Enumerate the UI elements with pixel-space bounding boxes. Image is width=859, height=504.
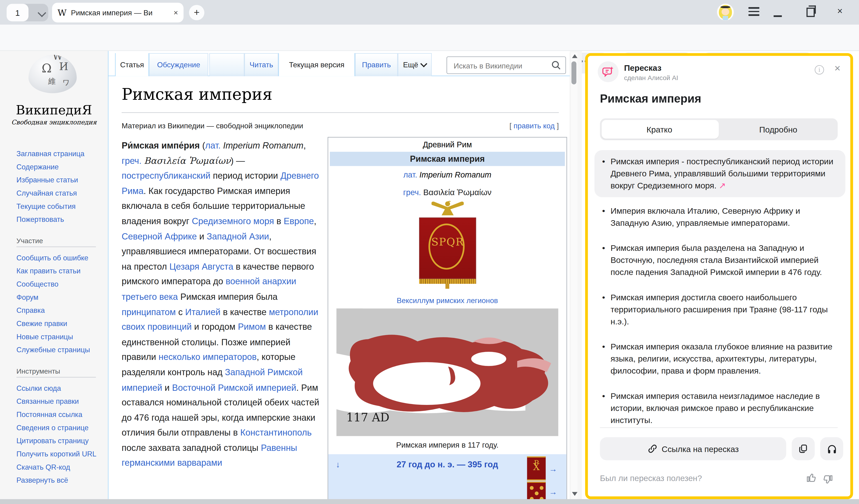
sidebar-link[interactable]: Форум xyxy=(16,293,104,302)
restore-button[interactable] xyxy=(807,7,815,17)
article-link[interactable]: лат. xyxy=(205,140,221,150)
sidebar-link[interactable]: Цитировать страницу xyxy=(16,436,100,446)
latin-label-link[interactable]: лат. xyxy=(403,170,417,179)
listen-button[interactable] xyxy=(820,437,843,460)
minimize-button[interactable] xyxy=(773,15,782,17)
tab-edit[interactable]: Править xyxy=(355,53,398,76)
browser-tab[interactable]: W Римская империя — Ви × xyxy=(52,3,183,22)
summary-bullet: •Римская империя - постреспубликанский п… xyxy=(594,150,845,197)
sidebar-link[interactable]: Случайная статья xyxy=(16,188,104,198)
labarum-banner[interactable]: X P xyxy=(527,456,545,480)
info-icon[interactable]: i xyxy=(815,65,824,75)
tab-talk[interactable]: Обсуждение xyxy=(149,53,208,76)
article-link[interactable]: Европе xyxy=(284,216,314,226)
vexillum-banner[interactable]: SPQR xyxy=(419,217,476,279)
summary-link-label: Ссылка на пересказ xyxy=(662,444,739,454)
tab-article[interactable]: Статья xyxy=(115,53,149,76)
bullet-dot: • xyxy=(602,156,605,192)
menu-icon[interactable] xyxy=(748,7,759,18)
article-link[interactable]: греч. xyxy=(122,155,141,166)
article-link[interactable]: Средиземного моря xyxy=(192,216,274,226)
sidebar-link[interactable]: Новые страницы xyxy=(16,332,104,341)
infobox-greek-name: греч. Βασιλεία Ῥωμαίων xyxy=(328,185,567,200)
article-link[interactable]: Константинополь xyxy=(240,427,312,438)
sidebar-link[interactable]: Справка xyxy=(16,306,104,315)
infobox-title: Римская империя xyxy=(330,152,565,166)
sidebar-link[interactable]: Сообщество xyxy=(16,279,104,289)
tab-strip: 1 W Римская империя — Ви × + × xyxy=(0,0,859,25)
new-tab-button[interactable]: + xyxy=(189,5,205,20)
tab-more-label: Ещё xyxy=(403,61,418,69)
source-arrow-icon[interactable]: ↗ xyxy=(717,181,726,190)
sidebar-link[interactable]: Пожертвовать xyxy=(16,215,104,224)
sidebar-link[interactable]: Связанные правки xyxy=(16,397,100,406)
dots-banner[interactable] xyxy=(527,482,545,500)
greek-label-link[interactable]: греч. xyxy=(403,188,421,197)
scrollbar-up-icon[interactable] xyxy=(572,54,577,58)
article-link[interactable]: Римом xyxy=(238,322,266,332)
sidebar-link[interactable]: Свежие правки xyxy=(16,319,104,329)
sidebar-link[interactable]: Содержание xyxy=(16,162,104,172)
summary-link-button[interactable]: Ссылка на пересказ xyxy=(600,437,786,460)
sidebar-link[interactable]: Получить короткий URL xyxy=(16,449,100,459)
thumbs-up-icon[interactable] xyxy=(806,472,817,483)
article-text: в xyxy=(274,216,284,226)
vexillum-caption-link[interactable]: Вексиллум римских легионов xyxy=(328,296,567,304)
scrollbar-thumb[interactable] xyxy=(572,61,576,84)
tab-short[interactable]: Кратко xyxy=(600,118,719,140)
bottom-scrollbar-strip[interactable] xyxy=(0,499,859,504)
sidebar-link[interactable]: Текущие события xyxy=(16,202,104,211)
sidebar-link[interactable]: Сведения о странице xyxy=(16,423,100,432)
tab-close-icon[interactable]: × xyxy=(174,8,178,17)
search-icon[interactable] xyxy=(551,60,561,70)
edit-code-link[interactable]: [ править код ] xyxy=(509,122,559,130)
banner-fringe xyxy=(419,279,476,284)
thumbs-down-icon[interactable] xyxy=(822,474,833,485)
article-link[interactable]: Восточной Римской империей xyxy=(172,382,296,392)
sidebar-link[interactable]: Скачать QR-код xyxy=(16,462,100,472)
wiki-search-box[interactable] xyxy=(447,56,566,74)
profile-avatar[interactable] xyxy=(717,3,734,21)
five-dots-icon xyxy=(535,491,539,495)
window-close-button[interactable]: × xyxy=(837,6,843,17)
article-link[interactable]: принципатом xyxy=(122,307,176,317)
article-link[interactable]: постреспубликанский xyxy=(122,170,210,181)
sidebar-link[interactable]: Постоянная ссылка xyxy=(16,410,100,419)
sidebar-nav-main: Заглавная страницаСодержаниеИзбранные ст… xyxy=(16,149,104,224)
sidebar-link[interactable]: Развернуть всё xyxy=(16,476,100,485)
sidebar-link[interactable]: Сообщить об ошибке xyxy=(16,253,104,263)
page-scrollbar[interactable] xyxy=(570,53,577,500)
tab-read[interactable]: Читать xyxy=(244,53,278,76)
scrollbar-down-icon[interactable] xyxy=(572,492,577,496)
sidebar-link[interactable]: Избранные статьи xyxy=(16,175,104,185)
sidebar-link[interactable]: Как править статьи xyxy=(16,266,104,276)
sidebar-link[interactable]: Заглавная страница xyxy=(16,149,104,158)
right-arrow-icon[interactable]: → xyxy=(549,487,557,497)
sidebar-link[interactable]: Служебные страницы xyxy=(16,345,104,355)
article-text: и xyxy=(197,231,207,241)
bullet-dot: • xyxy=(602,242,605,278)
article-link[interactable]: Западной Азии xyxy=(207,231,269,241)
article-link[interactable]: несколько императоров xyxy=(159,352,257,362)
article-link[interactable]: Цезаря Августа xyxy=(169,261,233,271)
article-text: ( xyxy=(200,140,205,150)
panel-close-icon[interactable]: × xyxy=(834,62,841,75)
chevron-down-icon[interactable] xyxy=(37,9,46,17)
wiki-search-input[interactable] xyxy=(452,58,553,74)
sidebar-link[interactable]: Ссылки сюда xyxy=(16,384,100,393)
article-lead-paragraph: Ри́мская импе́рия (лат. Imperium Romanum… xyxy=(122,138,327,471)
wikipedia-wordmark[interactable]: ВикипедиЯ xyxy=(0,103,108,117)
tab-more[interactable]: Ещё xyxy=(398,53,432,76)
right-arrow-icon[interactable]: → xyxy=(549,464,557,473)
tab-counter-badge[interactable]: 1 xyxy=(6,4,28,21)
chevron-down-icon xyxy=(420,60,427,67)
tab-title: Римская империя — Ви xyxy=(71,9,162,17)
tab-detailed[interactable]: Подробно xyxy=(719,118,838,140)
article-link[interactable]: Италией xyxy=(185,307,221,317)
empire-map[interactable]: 117 AD xyxy=(336,308,558,436)
link-icon xyxy=(647,444,657,454)
article-link[interactable]: Северной Африке xyxy=(122,231,197,241)
tab-current-version[interactable]: Текущая версия xyxy=(278,53,355,76)
bullet-dot: • xyxy=(602,390,605,426)
copy-button[interactable] xyxy=(792,437,815,460)
